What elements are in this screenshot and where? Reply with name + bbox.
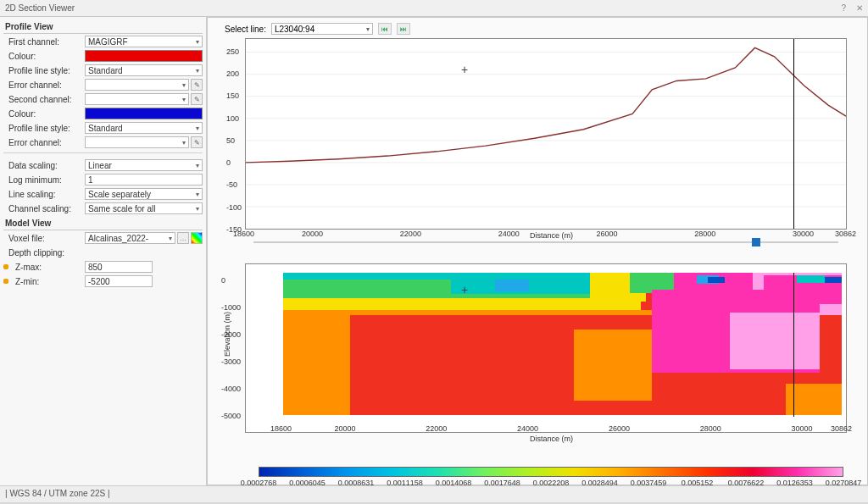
close-icon[interactable]: ✕ xyxy=(856,3,863,13)
err2-label: Error channel: xyxy=(3,138,85,147)
err2-edit-icon[interactable]: ✎ xyxy=(191,136,203,148)
window-buttons: ? ✕ xyxy=(841,3,863,13)
crosshair-icon: + xyxy=(461,283,468,296)
colorbar-gradient xyxy=(259,467,843,477)
second-channel-edit-icon[interactable]: ✎ xyxy=(191,93,203,105)
status-text: | WGS 84 / UTM zone 22S | xyxy=(5,489,110,498)
profile-view-header: Profile View xyxy=(3,20,203,34)
select-line-dropdown[interactable]: L23040:94▾ xyxy=(271,23,373,35)
section-plot[interactable]: + xyxy=(245,263,847,433)
data-scaling-select[interactable]: Linear▾ xyxy=(85,159,203,171)
help-icon[interactable]: ? xyxy=(841,3,846,13)
content-area: Select line: L23040:94▾ ⏮ ⏭ + -150-100-5… xyxy=(207,17,868,485)
voxel-palette-icon[interactable] xyxy=(191,232,203,244)
err1-edit-icon[interactable]: ✎ xyxy=(191,79,203,91)
first-channel-label: First channel: xyxy=(3,37,85,47)
next-line-icon[interactable]: ⏭ xyxy=(397,23,410,35)
line-slider[interactable] xyxy=(245,236,847,248)
crosshair-icon: + xyxy=(461,63,468,76)
colour2-swatch[interactable] xyxy=(85,108,203,119)
select-line-label: Select line: xyxy=(225,25,266,34)
err1-label: Error channel: xyxy=(3,80,85,90)
style2-label: Profile line style: xyxy=(3,124,85,133)
err2-select[interactable]: ▾ xyxy=(85,136,189,148)
style1-select[interactable]: Standard▾ xyxy=(85,64,203,76)
err1-select[interactable]: ▾ xyxy=(85,79,189,91)
style2-select[interactable]: Standard▾ xyxy=(85,122,203,134)
window-title: 2D Section Viewer xyxy=(5,3,75,13)
data-scaling-label: Data scaling: xyxy=(3,161,85,170)
line-toolbar: Select line: L23040:94▾ ⏮ ⏭ xyxy=(225,23,410,35)
zmax-label: Z-max: xyxy=(10,263,85,272)
zmax-field[interactable]: 850 xyxy=(85,261,153,273)
colour1-swatch[interactable] xyxy=(85,50,203,62)
section-xlabel: Distance (m) xyxy=(530,435,573,443)
colorbar: 0.00027680.00060450.00086310.00111580.00… xyxy=(259,467,843,488)
sidebar: Profile View First channel: MAGIGRF▾ Col… xyxy=(0,17,207,485)
section-cursor[interactable] xyxy=(793,273,794,417)
zmin-label: Z-min: xyxy=(10,277,85,286)
section-ylabel: Elevation (m) xyxy=(223,312,231,357)
zmin-field[interactable]: -5200 xyxy=(85,275,153,287)
log-min-field[interactable]: 1 xyxy=(85,174,203,186)
heatmap xyxy=(283,273,842,415)
chan-scaling-label: Channel scaling: xyxy=(3,204,85,213)
slider-thumb[interactable] xyxy=(752,238,760,246)
voxel-select[interactable]: Alcalinas_2022-12-16_18▾ xyxy=(85,232,175,244)
first-channel-select[interactable]: MAGIGRF▾ xyxy=(85,36,203,47)
model-view-header: Model View xyxy=(3,217,203,230)
line-scaling-label: Line scaling: xyxy=(3,190,85,199)
profile-plot[interactable]: + xyxy=(245,38,847,230)
titlebar: 2D Section Viewer ? ✕ xyxy=(0,0,868,17)
depth-clipping-label: Depth clipping: xyxy=(3,248,85,258)
prev-line-icon[interactable]: ⏮ xyxy=(378,23,392,35)
status-bar: | WGS 84 / UTM zone 22S | xyxy=(0,485,868,502)
voxel-browse-icon[interactable]: … xyxy=(177,232,189,244)
style1-label: Profile line style: xyxy=(3,66,85,75)
colour2-label: Colour: xyxy=(3,109,85,119)
colour1-label: Colour: xyxy=(3,52,85,61)
profile-cursor[interactable] xyxy=(793,39,794,229)
line-scaling-select[interactable]: Scale separately▾ xyxy=(85,188,203,200)
log-min-label: Log minimum: xyxy=(3,175,85,185)
voxel-label: Voxel file: xyxy=(3,234,85,243)
second-channel-select[interactable]: ▾ xyxy=(85,93,189,105)
second-channel-label: Second channel: xyxy=(3,95,85,104)
chan-scaling-select[interactable]: Same scale for all▾ xyxy=(85,202,203,214)
